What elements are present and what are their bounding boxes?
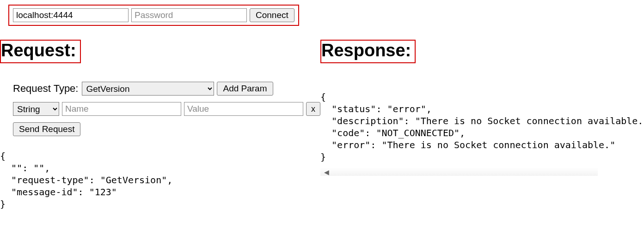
response-json: { "status": "error", "description": "The… (320, 91, 644, 163)
send-row: Send Request (13, 122, 320, 136)
request-heading: Request: (1, 41, 76, 60)
host-input[interactable] (13, 8, 129, 22)
response-heading: Response: (321, 41, 411, 60)
response-column: Response: { "status": "error", "descript… (320, 40, 644, 176)
request-json-preview: { "": "", "request-type": "GetVersion", … (0, 150, 320, 210)
connect-button[interactable]: Connect (250, 8, 294, 22)
request-form: Request Type: GetVersion Add Param Strin… (13, 82, 320, 136)
response-scrollbar[interactable]: ◀ (320, 168, 598, 176)
param-row: String x (13, 102, 320, 116)
remove-param-button[interactable]: x (306, 102, 320, 116)
add-param-button[interactable]: Add Param (217, 82, 273, 96)
request-type-select[interactable]: GetVersion (82, 82, 214, 96)
request-column: Request: Request Type: GetVersion Add Pa… (0, 40, 320, 210)
send-request-button[interactable]: Send Request (13, 122, 80, 136)
password-input[interactable] (131, 8, 247, 22)
response-heading-box: Response: (320, 40, 416, 63)
param-name-input[interactable] (62, 102, 181, 116)
param-type-select[interactable]: String (13, 102, 59, 116)
param-value-input[interactable] (184, 102, 303, 116)
connect-bar: Connect (8, 5, 299, 26)
request-type-row: Request Type: GetVersion Add Param (13, 82, 320, 96)
request-heading-box: Request: (0, 40, 81, 63)
request-type-label: Request Type: (13, 83, 78, 95)
scroll-left-icon: ◀ (324, 168, 329, 176)
